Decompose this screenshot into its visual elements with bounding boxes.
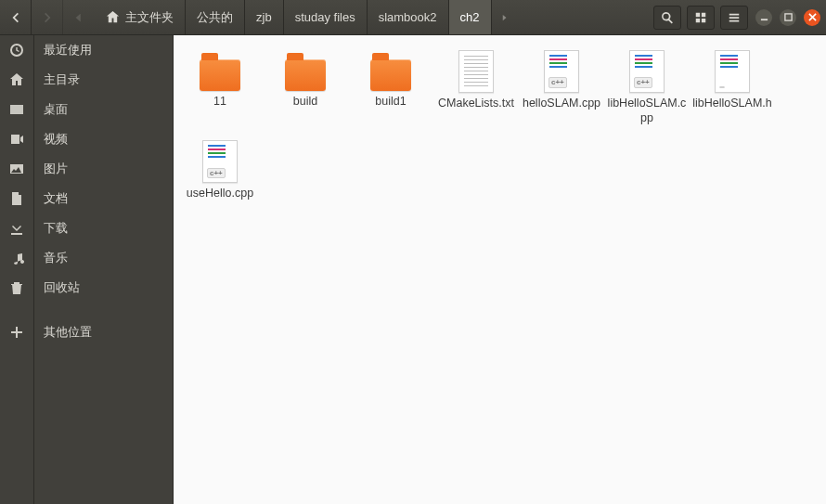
iconbar-desktop[interactable] [0,95,33,124]
breadcrumb-label: slambook2 [379,10,437,24]
sidebar-item-downloads[interactable]: 下载 [34,213,173,243]
iconbar-documents[interactable] [0,184,33,213]
minimize-icon [760,13,768,21]
plus-icon [9,325,24,340]
iconbar-home[interactable] [0,65,33,95]
folder-item[interactable]: build1 [348,50,433,125]
sidebar-item-home[interactable]: 主目录 [34,65,173,95]
close-icon [808,13,817,21]
pictures-icon [9,162,24,176]
nav-forward-button [32,0,63,34]
breadcrumb-label: 主文件夹 [125,9,174,26]
iconbar-trash[interactable] [0,273,33,303]
path-prev-button [63,0,95,34]
menu-button[interactable] [720,6,748,30]
file-label: libHelloSLAM.cpp [606,97,688,125]
downloads-icon [9,221,24,236]
cpp-file-icon: c++ [544,50,579,93]
file-label: libHelloSLAM.h [692,97,771,111]
sidebar-item-label: 最近使用 [44,42,92,58]
iconbar-recent[interactable] [0,35,33,65]
file-item[interactable]: c++ useHello.cpp [177,140,263,201]
sidebar-item-pictures[interactable]: 图片 [34,154,173,184]
iconbar-pictures[interactable] [0,154,33,184]
header-actions [648,0,826,34]
toolbar: 主文件夹 公共的 zjb studay files slambook2 ch2 [0,0,826,35]
window-close-button[interactable] [804,9,820,26]
places-sidebar: 最近使用 主目录 桌面 视频 图片 文档 下载 音乐 回收站 其他位置 [34,35,174,504]
file-badge: c++ [634,77,652,88]
breadcrumb-label: studay files [295,10,355,24]
file-item[interactable]: libHelloSLAM.h [690,50,775,125]
path-next-button [492,0,516,34]
file-badge [719,86,725,88]
file-grid: 11 build build1 CMakeLists.txt c++ hello… [174,35,826,504]
breadcrumb-label: ch2 [460,10,480,24]
triangle-left-icon [72,11,85,24]
breadcrumb-item[interactable]: slambook2 [368,0,449,34]
breadcrumb-item[interactable]: 公共的 [186,0,245,34]
hamburger-icon [728,11,741,24]
trash-icon [9,280,24,295]
svg-rect-0 [760,19,767,20]
sidebar-item-trash[interactable]: 回收站 [34,273,173,303]
iconbar-other-locations[interactable] [0,317,33,347]
sidebar-item-other-locations[interactable]: 其他位置 [34,317,173,347]
file-badge: c++ [207,168,226,179]
file-label: build [293,95,317,110]
breadcrumb-item[interactable]: studay files [284,0,368,34]
sidebar-item-label: 文档 [44,190,68,207]
sidebar-item-videos[interactable]: 视频 [34,124,173,154]
chevron-right-icon [41,11,54,24]
breadcrumb-home[interactable]: 主文件夹 [95,0,186,34]
file-item[interactable]: CMakeLists.txt [433,50,519,125]
documents-icon [9,191,24,206]
file-item[interactable]: c++ helloSLAM.cpp [519,50,604,125]
sidebar-item-label: 回收站 [44,279,80,296]
sidebar-item-label: 视频 [44,131,68,148]
svg-rect-1 [784,14,791,20]
breadcrumb-item[interactable]: zjb [245,0,284,34]
file-badge: c++ [549,77,567,88]
folder-item[interactable]: 11 [177,50,263,125]
sidebar-item-label: 下载 [44,220,68,237]
folder-icon [285,59,326,91]
folder-icon [200,59,240,91]
sidebar-item-documents[interactable]: 文档 [34,184,173,213]
sidebar-item-music[interactable]: 音乐 [34,243,173,273]
sidebar-item-recent[interactable]: 最近使用 [34,35,173,65]
desktop-icon [9,102,24,117]
window-minimize-button[interactable] [755,9,772,26]
search-icon [661,11,674,24]
places-iconbar [0,35,34,504]
iconbar-downloads[interactable] [0,213,33,243]
window-maximize-button[interactable] [780,9,796,26]
sidebar-item-label: 桌面 [44,101,68,118]
breadcrumb-current[interactable]: ch2 [449,0,492,34]
sidebar-item-label: 图片 [44,161,68,177]
nav-back-button[interactable] [0,0,32,34]
file-label: CMakeLists.txt [438,97,514,111]
music-icon [9,251,24,265]
view-mode-button[interactable] [687,6,715,30]
iconbar-videos[interactable] [0,124,33,154]
cpp-file-icon: c++ [202,140,238,183]
breadcrumb: 主文件夹 公共的 zjb studay files slambook2 ch2 [95,0,648,34]
folder-item[interactable]: build [263,50,348,125]
folder-icon [370,59,411,91]
search-button[interactable] [653,6,681,30]
sidebar-item-desktop[interactable]: 桌面 [34,95,173,124]
header-file-icon [715,50,750,93]
sidebar-item-label: 其他位置 [44,324,92,341]
file-label: build1 [375,95,406,110]
chevron-left-icon [9,11,22,24]
maximize-icon [784,13,793,21]
iconbar-music[interactable] [0,243,33,273]
triangle-right-icon [499,13,509,22]
cpp-file-icon: c++ [629,50,665,93]
sidebar-item-label: 主目录 [44,71,80,88]
file-item[interactable]: c++ libHelloSLAM.cpp [604,50,690,125]
home-icon [106,10,120,24]
sidebar-item-label: 音乐 [44,250,68,266]
grid-icon [694,11,707,24]
